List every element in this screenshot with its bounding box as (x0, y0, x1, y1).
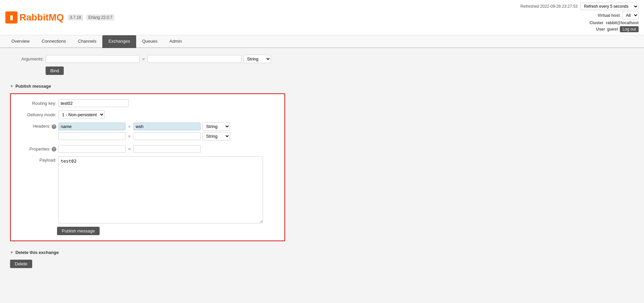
nav-overview[interactable]: Overview (5, 35, 36, 48)
header-val-2[interactable] (133, 132, 201, 140)
header-type-1[interactable]: String Number Boolean (203, 122, 230, 131)
publish-message-section: Routing key: test02 Delivery mode: 1 - N… (10, 93, 285, 241)
publish-message-title: Publish message (15, 84, 51, 89)
nav-channels[interactable]: Channels (72, 35, 102, 48)
nav-admin[interactable]: Admin (163, 35, 188, 48)
properties-key-input[interactable] (58, 145, 125, 153)
version-badge: 3.7.18 (68, 14, 83, 20)
user-value: guest (607, 27, 618, 32)
payload-row: Payload: test02 (16, 156, 279, 223)
eq-sign-props: = (127, 146, 131, 152)
bind-button[interactable]: Bind (46, 67, 64, 75)
delete-arrow-icon: ▼ (10, 251, 13, 254)
headers-row-label: Headers: ? = String Number Boolean (16, 122, 279, 142)
routing-key-input[interactable]: test02 (58, 99, 129, 107)
eq-sign-h1: = (127, 124, 131, 129)
properties-row: Properties: ? = (16, 145, 279, 153)
properties-help-icon: ? (52, 147, 56, 152)
header-key-1[interactable] (58, 123, 125, 130)
properties-val-input[interactable] (133, 145, 201, 153)
delivery-mode-select[interactable]: 1 - Non-persistent 2 - Persistent (58, 111, 105, 119)
routing-key-label: Routing key: (16, 101, 56, 106)
publish-message-button[interactable]: Publish message (57, 227, 100, 235)
header-right: Refreshed 2022-09-28 23:27:53 Refresh ev… (521, 3, 639, 32)
header-type-2[interactable]: String Number Boolean (203, 132, 230, 140)
version-info: 3.7.18 Erlang 22.0.7 (68, 14, 114, 20)
header-key-2[interactable] (58, 132, 125, 140)
arguments-row: Arguments: = String Number Boolean (10, 55, 634, 63)
publish-arrow-icon: ▼ (10, 84, 13, 88)
main-content: Arguments: = String Number Boolean Bind … (0, 48, 644, 303)
logout-button[interactable]: Log out (620, 26, 639, 32)
arguments-key-input[interactable] (46, 55, 140, 63)
rabbitmq-icon: ▮ (5, 11, 17, 24)
headers-row-2: = String Number Boolean (58, 132, 230, 140)
arguments-val-input[interactable] (148, 55, 241, 63)
nav: Overview Connections Channels Exchanges … (0, 35, 644, 48)
delete-button[interactable]: Delete (10, 260, 32, 268)
header: ▮ RabbitMQ 3.7.18 Erlang 22.0.7 Refreshe… (0, 0, 644, 35)
refresh-select[interactable]: Refresh every 5 seconds No refresh Refre… (580, 3, 639, 10)
erlang-badge: Erlang 22.0.7 (87, 14, 114, 20)
delete-section-title: Delete this exchange (15, 250, 59, 255)
publish-message-section-header[interactable]: ▼ Publish message (10, 82, 634, 91)
delivery-mode-row: Delivery mode: 1 - Non-persistent 2 - Pe… (16, 111, 279, 119)
header-val-1[interactable] (133, 123, 201, 130)
delivery-mode-label: Delivery mode: (16, 112, 56, 117)
refresh-row: Refreshed 2022-09-28 23:27:53 Refresh ev… (521, 3, 639, 10)
user-row: User guest Log out (596, 26, 639, 32)
logo-label: RabbitMQ (19, 12, 64, 23)
delete-section-header[interactable]: ▼ Delete this exchange (10, 248, 634, 257)
nav-exchanges[interactable]: Exchanges (102, 35, 136, 48)
eq-sign-h2: = (127, 134, 131, 139)
cluster-row: Cluster rabbit@localhost (590, 20, 639, 25)
virtual-host-select[interactable]: All / (622, 11, 639, 19)
eq-sign: = (142, 56, 146, 61)
headers-row-1: = String Number Boolean (58, 122, 230, 131)
headers-inputs: = String Number Boolean = String Numb (58, 122, 230, 142)
cluster-label: Cluster (590, 20, 603, 25)
arguments-type-select[interactable]: String Number Boolean (244, 55, 271, 63)
delete-exchange-section: ▼ Delete this exchange Delete (10, 248, 634, 268)
logo-area: ▮ RabbitMQ 3.7.18 Erlang 22.0.7 (5, 11, 114, 24)
user-label: User (596, 27, 605, 32)
headers-help-icon: ? (52, 124, 56, 129)
nav-connections[interactable]: Connections (36, 35, 72, 48)
properties-label: Properties: ? (16, 146, 56, 152)
refreshed-text: Refreshed 2022-09-28 23:27:53 (521, 4, 578, 9)
payload-label: Payload: (16, 158, 56, 163)
arguments-label: Arguments: (10, 56, 44, 61)
routing-key-row: Routing key: test02 (16, 99, 279, 107)
virtual-host-label: Virtual host (598, 13, 620, 18)
headers-label: Headers: ? (16, 124, 56, 129)
logo: ▮ RabbitMQ (5, 11, 64, 24)
cluster-value: rabbit@localhost (606, 20, 639, 25)
payload-textarea[interactable]: test02 (58, 156, 263, 223)
virtual-host-row: Virtual host All / (598, 11, 639, 19)
nav-queues[interactable]: Queues (136, 35, 164, 48)
